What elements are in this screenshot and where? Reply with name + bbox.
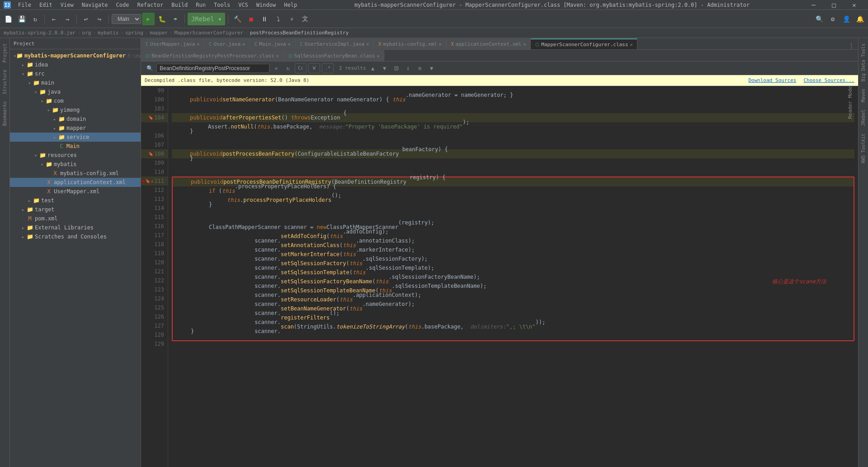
- tab-close-usermapper-java[interactable]: ✕: [197, 42, 199, 47]
- tab-close-appcontext[interactable]: ✕: [523, 42, 526, 47]
- run-button[interactable]: ▶: [142, 13, 155, 25]
- tree-item-external-libs[interactable]: ▸ 📁 External Libraries: [10, 223, 141, 232]
- menu-window[interactable]: Window: [253, 1, 279, 9]
- tree-item-mainjava[interactable]: ▸ C Main: [10, 142, 141, 151]
- save-button[interactable]: 💾: [15, 13, 28, 25]
- breadcrumb-item-org[interactable]: org: [82, 30, 91, 36]
- tree-item-root[interactable]: ▾ 📁 mybatis-mapperScannerConfigurer E:\m…: [10, 51, 141, 60]
- redo-button[interactable]: ↪: [93, 13, 106, 25]
- search-everywhere-button[interactable]: 🔍: [813, 13, 826, 25]
- bookmarks-panel-button[interactable]: Bookmarks: [1, 100, 8, 128]
- notifications-button[interactable]: 🔔: [854, 13, 866, 25]
- search-close-button[interactable]: ✕: [271, 63, 281, 73]
- close-button[interactable]: ✕: [844, 0, 864, 10]
- open-in-find-tool[interactable]: ⊡: [392, 63, 401, 73]
- search-reload-button[interactable]: ↻: [283, 63, 293, 73]
- maven-button[interactable]: Maven: [860, 87, 867, 104]
- stop-button[interactable]: ■: [245, 13, 257, 25]
- prev-result-button[interactable]: ▲: [368, 63, 378, 73]
- choose-sources-link[interactable]: Choose Sources...: [803, 77, 854, 83]
- tab-mapperscannerconfigurer-class[interactable]: ⬡ MapperScannerConfigurer.class ✕: [531, 38, 637, 49]
- menu-edit[interactable]: Edit: [36, 1, 56, 9]
- expand-button[interactable]: ↕: [403, 63, 413, 73]
- whole-word-button[interactable]: W: [308, 63, 320, 73]
- breadcrumb-item-spring[interactable]: spring: [125, 30, 143, 36]
- new-file-button[interactable]: 📄: [2, 13, 14, 25]
- menu-build[interactable]: Build: [168, 1, 191, 9]
- jrebel-right-button[interactable]: JRebel: [860, 108, 867, 128]
- menu-view[interactable]: View: [57, 1, 77, 9]
- user-button[interactable]: 👤: [840, 13, 853, 25]
- maximize-button[interactable]: □: [824, 0, 844, 10]
- breadcrumb-item-class[interactable]: MapperScannerConfigurer: [175, 30, 243, 36]
- tree-item-test[interactable]: ▸ 📁 test: [10, 196, 141, 205]
- menu-run[interactable]: Run: [192, 1, 209, 9]
- tab-user-java[interactable]: C User.java ✕: [204, 38, 250, 49]
- coverage-button[interactable]: ☂: [169, 13, 182, 25]
- step-over-button[interactable]: ⤵: [272, 13, 284, 25]
- debug-button[interactable]: 🐛: [156, 13, 168, 25]
- regex-button[interactable]: .*: [322, 63, 334, 73]
- tree-item-usermapper-xml[interactable]: ▸ X UserMapper.xml: [10, 187, 141, 196]
- tab-beandefinitionregistry-class[interactable]: ⬡ BeanDefinitionRegistryPostProcessor.cl…: [141, 50, 284, 61]
- tree-item-target[interactable]: ▸ 📁 target: [10, 205, 141, 214]
- translate-button[interactable]: 文: [299, 13, 311, 25]
- tree-item-mybatis-config[interactable]: ▸ X mybatis-config.xml: [10, 169, 141, 178]
- minimize-button[interactable]: ─: [803, 0, 824, 10]
- settings-button[interactable]: ⚙: [826, 13, 839, 25]
- tab-close-user-java[interactable]: ✕: [242, 42, 245, 47]
- menu-navigate[interactable]: Navigate: [78, 1, 112, 9]
- tree-item-pom[interactable]: ▸ M pom.xml: [10, 214, 141, 223]
- next-result-button[interactable]: ▼: [380, 63, 390, 73]
- tree-item-com[interactable]: ▾ 📁 com: [10, 96, 141, 105]
- tab-close-main-java[interactable]: ✕: [288, 42, 291, 47]
- menu-help[interactable]: Help: [280, 1, 301, 9]
- tree-item-mybatis-folder[interactable]: ▾ 📁 mybatis: [10, 160, 141, 169]
- tree-item-domain[interactable]: ▸ 📁 domain: [10, 114, 141, 124]
- profile-button[interactable]: ⚡: [285, 13, 298, 25]
- breadcrumb-item-jar[interactable]: mybatis-spring-2.0.0.jar: [4, 30, 75, 36]
- download-sources-link[interactable]: Download Sources: [748, 77, 796, 83]
- menu-tools[interactable]: Tools: [210, 1, 234, 9]
- jrebel-button[interactable]: JRebel ▾: [188, 13, 225, 25]
- tab-close-mybatis-config[interactable]: ✕: [439, 42, 442, 47]
- tree-item-resources[interactable]: ▾ 📁 resources: [10, 151, 141, 160]
- forward-button[interactable]: →: [61, 13, 74, 25]
- tab-main-java[interactable]: C Main.java ✕: [250, 38, 296, 49]
- tree-item-idea[interactable]: ▸ 📁 idea: [10, 60, 141, 69]
- structure-panel-button[interactable]: Structure: [1, 68, 8, 96]
- pause-button[interactable]: ⏸: [258, 13, 271, 25]
- refresh-button[interactable]: ↻: [29, 13, 42, 25]
- tree-item-service[interactable]: ▸ 📁 service: [10, 133, 141, 142]
- build-project-button[interactable]: 🔨: [231, 13, 244, 25]
- tab-userserviceimpl-java[interactable]: C UserServiceImpl.java ✕: [296, 38, 374, 49]
- search-input[interactable]: [156, 64, 269, 73]
- tree-item-java[interactable]: ▾ 📁 java: [10, 87, 141, 96]
- match-case-button[interactable]: Cc: [295, 63, 307, 73]
- tab-appcontext-xml[interactable]: X applicationContext.xml ✕: [447, 38, 531, 49]
- menu-code[interactable]: Code: [113, 1, 133, 9]
- tree-item-appcontext[interactable]: ▸ X applicationContext.xml: [10, 178, 141, 187]
- breadcrumb-item-mapper[interactable]: mapper: [150, 30, 168, 36]
- reader-mode-button[interactable]: Reader Mode: [847, 86, 854, 119]
- tree-item-scratches[interactable]: ▸ 📁 Scratches and Consoles: [10, 232, 141, 241]
- tab-close-sqlsessionfactory[interactable]: ✕: [377, 53, 379, 58]
- recent-files-button[interactable]: ⋮: [846, 42, 856, 49]
- tree-item-src[interactable]: ▾ 📁 src: [10, 69, 141, 78]
- aws-toolkit-button[interactable]: AWS Toolkit: [860, 132, 867, 165]
- undo-button[interactable]: ↩: [80, 13, 92, 25]
- menu-file[interactable]: File: [14, 1, 35, 9]
- menu-vcs[interactable]: VCS: [235, 1, 252, 9]
- tab-close-mapperscannerconfigurer[interactable]: ✕: [630, 42, 632, 47]
- filter2-button[interactable]: ▼: [427, 63, 437, 73]
- tab-usermapper-java[interactable]: C UserMapper.java ✕: [141, 38, 204, 49]
- filter-button[interactable]: ⚙: [415, 63, 425, 73]
- breadcrumb-item-method[interactable]: postProcessBeanDefinitionRegistry: [250, 30, 349, 36]
- tab-sqlsessionfactorybean-class[interactable]: ⬡ SqlSessionFactoryBean.class ✕: [284, 50, 385, 61]
- tab-close-beandefinitionregistry[interactable]: ✕: [276, 53, 279, 58]
- tab-close-userserviceimpl[interactable]: ✕: [366, 42, 369, 47]
- big-data-tools-button[interactable]: Big Data Tools: [860, 42, 867, 83]
- breadcrumb-item-mybatis[interactable]: mybatis: [98, 30, 118, 36]
- tree-item-main[interactable]: ▾ 📁 main: [10, 78, 141, 87]
- back-button[interactable]: ←: [47, 13, 60, 25]
